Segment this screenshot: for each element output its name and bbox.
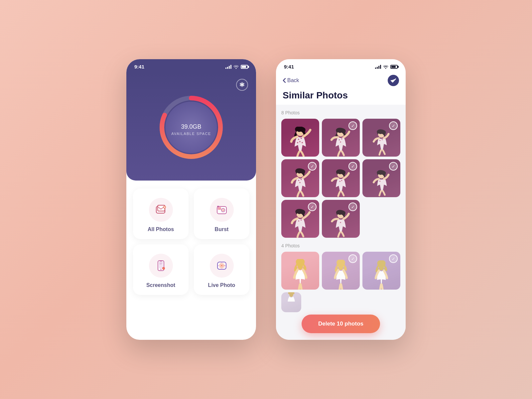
svg-point-35 [302,142,303,143]
left-status-bar: 9:41 [126,59,256,72]
settings-button[interactable] [236,79,248,91]
svg-point-16 [161,269,161,270]
photo-thumb-3[interactable]: ✓ [362,119,400,157]
svg-point-28 [218,265,219,266]
svg-point-25 [221,265,222,267]
left-phone: 9:41 [126,59,256,340]
svg-point-26 [221,262,222,263]
wifi-icon [233,65,239,69]
right-time: 9:41 [284,64,294,69]
burst-label: Burst [215,226,229,232]
svg-point-39 [340,141,341,143]
signal-icon [225,65,231,69]
storage-chart: 39.0GB AVAILABLE SPACE [134,94,248,161]
right-signal-icon [375,65,381,69]
svg-point-45 [301,179,302,180]
svg-point-33 [299,141,301,142]
photo-blonde-2[interactable]: ✓ [322,252,360,290]
right-status-bar: 9:41 [276,59,406,72]
right-battery-icon [390,65,398,69]
svg-point-42 [382,139,383,140]
svg-point-34 [297,142,298,143]
photos-scroll-area[interactable]: 8 Photos [276,105,406,340]
all-photos-icon [149,198,173,222]
delete-button[interactable]: Delete 10 photos [302,315,380,333]
screenshot-label: Screenshot [146,282,175,288]
left-status-icons [225,65,248,69]
screenshot-icon [149,254,173,278]
delete-button-wrap: Delete 10 photos [281,311,400,336]
svg-rect-9 [218,207,221,210]
svg-point-56 [340,222,341,223]
right-wifi-icon [383,65,388,69]
photo-thumb-1[interactable] [281,119,319,157]
live-photo-label: Live Photo [208,282,235,288]
photo-blonde-4[interactable] [281,292,301,312]
photo-thumb-4[interactable]: ✓ [281,159,319,197]
svg-point-53 [298,220,300,222]
photo-thumb-2[interactable]: ✓ [322,119,360,157]
right-status-icons [375,65,398,69]
photo-thumb-6[interactable]: ✓ [362,159,400,197]
storage-label: AVAILABLE SPACE [171,131,211,135]
svg-point-31 [298,139,299,140]
photo-blonde-1[interactable] [281,252,319,290]
battery-icon [241,65,248,69]
svg-point-54 [301,219,302,221]
nav-bar: Back [276,72,406,87]
category-burst[interactable]: Burst [194,189,249,239]
left-time: 9:41 [134,64,144,69]
group2-label: 4 Photos [281,243,400,248]
burst-icon [210,198,234,222]
photo-thumb-8[interactable]: ✓ [322,200,360,238]
page-title: Similar Photos [276,87,406,105]
storage-section: 39.0GB AVAILABLE SPACE [126,72,256,181]
storage-value: 39.0GB [181,119,201,130]
svg-point-37 [339,139,340,141]
photo-blonde-3[interactable]: ✓ [362,252,400,290]
category-live-photo[interactable]: Live Photo [194,244,249,295]
svg-point-51 [379,181,380,182]
category-all-photos[interactable]: All Photos [133,189,189,239]
svg-rect-5 [158,206,164,210]
svg-point-32 [301,138,302,139]
svg-point-38 [341,138,342,140]
right-phone: 9:41 Back Si [276,59,406,340]
svg-point-46 [299,182,301,183]
photos-group1-grid: ✓ ✓ [281,119,400,238]
svg-rect-10 [217,206,219,207]
categories-grid: All Photos Burst [126,181,256,303]
svg-point-49 [341,180,342,181]
live-photo-icon [210,254,234,278]
svg-point-29 [224,265,225,266]
group1-label: 8 Photos [281,110,400,115]
category-screenshot[interactable]: Screenshot [133,244,189,295]
photo-thumb-5[interactable]: ✓ [322,159,360,197]
confirm-button[interactable] [388,75,399,86]
svg-point-27 [221,269,222,270]
svg-rect-14 [159,262,163,268]
svg-point-41 [379,140,380,141]
svg-point-48 [339,181,341,182]
photos-group2-grid: ✓ ✓ [281,252,400,312]
photo-thumb-7[interactable]: ✓ [281,200,319,238]
svg-point-12 [222,209,224,211]
svg-point-21 [163,268,164,269]
all-photos-label: All Photos [148,226,174,232]
back-button[interactable]: Back [283,77,299,83]
svg-point-44 [298,180,300,181]
svg-point-7 [164,206,165,208]
